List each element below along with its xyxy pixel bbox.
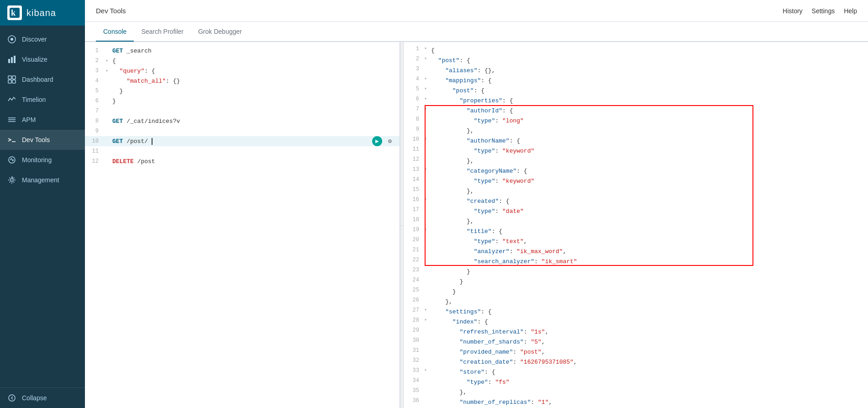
resp-num-11: 11 — [404, 146, 422, 153]
history-link[interactable]: History — [783, 7, 803, 15]
response-panel: 1 ▾ { 2 ▾ "post": { 3 "aliases": {}, 4 — [404, 42, 868, 408]
resp-num-10: 10 — [404, 136, 422, 143]
devtools-icon — [7, 135, 16, 144]
resp-content-32: "creation_date": "1626795371085", — [429, 357, 868, 367]
monitoring-icon — [7, 155, 16, 164]
resp-arrow-28: ▾ — [422, 317, 429, 323]
resp-content-13: "categoryName": { — [429, 166, 868, 176]
resp-line-3: 3 "aliases": {}, — [404, 66, 868, 76]
kibana-logo-text: kibana — [26, 8, 56, 18]
resp-content-4: "mappings": { — [429, 76, 868, 86]
help-link[interactable]: Help — [844, 7, 857, 15]
resp-arrow-5: ▾ — [422, 86, 429, 91]
main-content: Dev Tools History Settings Help Console … — [85, 0, 868, 408]
line-num-10: 10 — [85, 138, 103, 144]
resp-content-35: }, — [429, 387, 868, 397]
collapse-icon — [7, 393, 16, 403]
resp-line-8: 8 "type": "long" — [404, 116, 868, 126]
timelion-icon — [7, 95, 16, 104]
resp-num-21: 21 — [404, 247, 422, 253]
resp-line-11: 11 "type": "keyword" — [404, 146, 868, 156]
resp-num-25: 25 — [404, 287, 422, 293]
editor-line-9: 9 — [85, 126, 400, 136]
sidebar-item-monitoring[interactable]: Monitoring — [0, 150, 85, 170]
editor-line-2: 2 ▾ { — [85, 56, 400, 66]
line-num-5: 5 — [85, 88, 103, 94]
resp-line-16: 16 ▾ "created": { — [404, 196, 868, 207]
resp-num-28: 28 — [404, 317, 422, 323]
resp-content-26: }, — [429, 297, 868, 307]
resp-num-18: 18 — [404, 217, 422, 223]
tab-search-profiler[interactable]: Search Profiler — [134, 22, 191, 42]
kibana-logo-icon: k — [7, 5, 22, 20]
line-actions-10: ▶ ⚙ — [372, 136, 395, 146]
resp-line-29: 29 "refresh_interval": "1s", — [404, 327, 868, 337]
resp-line-36: 36 "number_of_replicas": "1", — [404, 397, 868, 408]
line-content-5: } — [110, 88, 400, 95]
sidebar-nav: Discover Visualize Dashboard Timelion AP… — [0, 26, 85, 387]
resp-content-25: } — [429, 287, 868, 297]
sidebar-item-apm[interactable]: APM — [0, 110, 85, 130]
resp-line-28: 28 ▾ "index": { — [404, 317, 868, 327]
resp-line-23: 23 } — [404, 267, 868, 277]
line-content-4: "match_all": {} — [110, 78, 400, 85]
panel-divider[interactable]: ⋮ — [400, 42, 404, 408]
resp-num-34: 34 — [404, 377, 422, 384]
svg-text:k: k — [11, 8, 16, 17]
sidebar-item-visualize[interactable]: Visualize — [0, 49, 85, 69]
sidebar-item-devtools[interactable]: Dev Tools — [0, 130, 85, 150]
line-num-9: 9 — [85, 128, 103, 134]
console-editor[interactable]: 1 GET _search 2 ▾ { 3 ▾ "query": { — [85, 42, 400, 408]
resp-arrow-33: ▾ — [422, 367, 429, 373]
sidebar-item-timelion[interactable]: Timelion — [0, 90, 85, 110]
run-button[interactable]: ▶ — [372, 136, 382, 146]
resp-content-24: } — [429, 277, 868, 287]
resp-num-23: 23 — [404, 267, 422, 273]
line-content-10: GET /post/ — [110, 138, 372, 145]
resp-num-16: 16 — [404, 196, 422, 203]
settings-link[interactable]: Settings — [812, 7, 835, 15]
resp-content-34: "type": "fs" — [429, 377, 868, 387]
resp-content-15: }, — [429, 186, 868, 196]
editor-line-3: 3 ▾ "query": { — [85, 66, 400, 76]
editor-area: 1 GET _search 2 ▾ { 3 ▾ "query": { — [85, 42, 868, 408]
resp-content-2: "post": { — [429, 56, 868, 66]
resp-arrow-27: ▾ — [422, 307, 429, 313]
resp-content-18: }, — [429, 217, 868, 227]
resp-line-25: 25 } — [404, 287, 868, 297]
resp-num-35: 35 — [404, 387, 422, 394]
resp-arrow-10: ▾ — [422, 136, 429, 142]
sidebar-item-dashboard[interactable]: Dashboard — [0, 69, 85, 90]
editor-line-12: 12 DELETE /post — [85, 156, 400, 166]
resp-arrow-2: ▾ — [422, 56, 429, 61]
resp-content-21: "analyzer": "ik_max_word", — [429, 247, 868, 257]
resp-num-9: 9 — [404, 126, 422, 132]
svg-rect-6 — [14, 56, 16, 63]
svg-rect-8 — [12, 76, 16, 79]
resp-num-17: 17 — [404, 207, 422, 213]
resp-num-3: 3 — [404, 66, 422, 72]
resp-line-13: 13 ▾ "categoryName": { — [404, 166, 868, 176]
resp-num-2: 2 — [404, 56, 422, 62]
resp-line-21: 21 "analyzer": "ik_max_word", — [404, 247, 868, 257]
resp-num-29: 29 — [404, 327, 422, 334]
tab-console[interactable]: Console — [96, 22, 134, 42]
resp-content-6: "properties": { — [429, 96, 868, 106]
svg-rect-7 — [8, 76, 11, 79]
options-button[interactable]: ⚙ — [385, 136, 395, 146]
resp-content-22: "search_analyzer": "ik_smart" — [429, 257, 868, 267]
resp-num-22: 22 — [404, 257, 422, 263]
sidebar-label-apm: APM — [22, 116, 36, 123]
resp-line-22: 22 "search_analyzer": "ik_smart" — [404, 257, 868, 267]
tab-grok-debugger[interactable]: Grok Debugger — [191, 22, 249, 42]
resp-num-7: 7 — [404, 106, 422, 112]
sidebar-item-management[interactable]: Management — [0, 170, 85, 190]
sidebar-item-discover[interactable]: Discover — [0, 29, 85, 49]
resp-content-23: } — [429, 267, 868, 277]
resp-content-8: "type": "long" — [429, 116, 868, 126]
collapse-button[interactable]: Collapse — [0, 387, 85, 408]
resp-line-14: 14 "type": "keyword" — [404, 176, 868, 186]
line-num-7: 7 — [85, 108, 103, 114]
resp-arrow-13: ▾ — [422, 166, 429, 172]
sidebar-label-dashboard: Dashboard — [22, 76, 53, 83]
